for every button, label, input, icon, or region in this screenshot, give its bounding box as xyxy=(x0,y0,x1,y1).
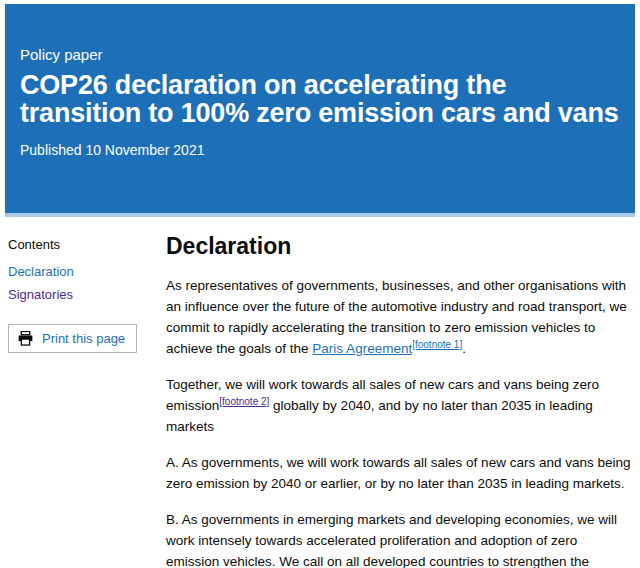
footnote-2-link[interactable]: [footnote 2] xyxy=(219,396,269,407)
document-category: Policy paper xyxy=(20,46,620,63)
page-title: COP26 declaration on accelerating the tr… xyxy=(20,71,620,127)
masthead: Policy paper COP26 declaration on accele… xyxy=(5,4,635,217)
main-column: Declaration As representatives of govern… xyxy=(166,233,632,568)
paragraph-intro: As representatives of governments, busin… xyxy=(166,275,632,359)
content-area: Contents Declaration Signatories Print t… xyxy=(0,217,640,568)
paragraph-a: A. As governments, we will work towards … xyxy=(166,452,632,494)
paris-agreement-link[interactable]: Paris Agreement xyxy=(312,341,412,356)
printer-icon xyxy=(18,331,33,346)
contents-sidebar: Contents Declaration Signatories Print t… xyxy=(8,233,166,568)
sidebar-item-declaration[interactable]: Declaration xyxy=(8,264,166,279)
paragraph-b: B. As governments in emerging markets an… xyxy=(166,509,632,568)
footnote-1-link[interactable]: [footnote 1] xyxy=(412,339,462,350)
paragraph-intro-end: . xyxy=(462,341,466,356)
sidebar-item-signatories[interactable]: Signatories xyxy=(8,287,166,302)
print-button-label: Print this page xyxy=(42,331,125,346)
print-this-page-button[interactable]: Print this page xyxy=(8,324,137,353)
published-date: Published 10 November 2021 xyxy=(20,142,620,158)
section-heading: Declaration xyxy=(166,233,632,259)
paragraph-together: Together, we will work towards all sales… xyxy=(166,374,632,437)
contents-heading: Contents xyxy=(8,237,166,252)
